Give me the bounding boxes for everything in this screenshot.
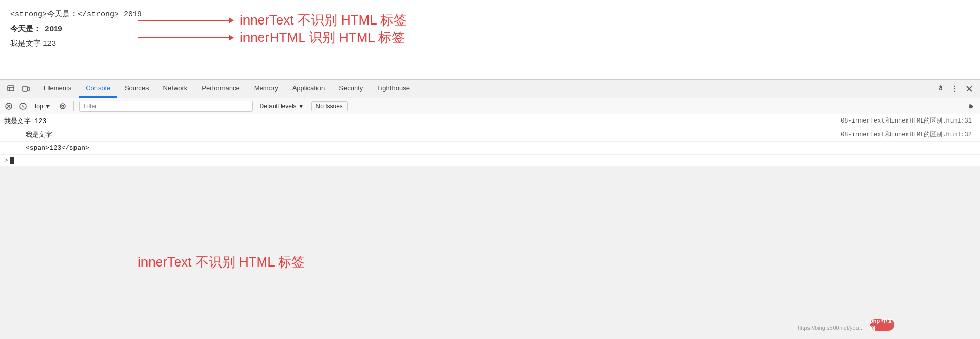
tab-sources[interactable]: Sources xyxy=(117,80,156,98)
devtools-toolbar: top ▼ Default levels ▼ No Issues xyxy=(0,98,980,114)
no-issues-badge[interactable]: No Issues xyxy=(311,101,348,111)
line2-strong: 今天是： xyxy=(10,24,41,33)
more-options-button[interactable] xyxy=(948,82,962,95)
toolbar-right-spacer xyxy=(964,100,977,113)
device-toggle-button[interactable] xyxy=(19,82,33,95)
prompt-arrow: > xyxy=(4,157,8,164)
filter-input[interactable] xyxy=(79,101,253,112)
footer-url: https://bing.s500.net/you... xyxy=(798,325,864,331)
tab-performance[interactable]: Performance xyxy=(194,80,247,98)
arrow1-line xyxy=(138,20,230,21)
devtools-topbar: Elements Console Sources Network Perform… xyxy=(0,80,980,98)
show-console-sidebar-button[interactable] xyxy=(57,101,68,112)
php-badge-text: php 中文网 xyxy=(870,317,894,332)
settings-button[interactable] xyxy=(934,82,947,95)
default-levels-dropdown[interactable]: Default levels ▼ xyxy=(256,102,308,111)
svg-point-6 xyxy=(954,88,955,89)
console-link-1[interactable]: 08-innerText和innerHTML的区别.html:31 xyxy=(841,116,976,125)
annotation2-text: innerHTML 识别 HTML 标签 xyxy=(240,29,405,46)
inspect-element-button[interactable] xyxy=(4,82,17,95)
svg-point-5 xyxy=(954,85,955,86)
tab-application[interactable]: Application xyxy=(285,80,332,98)
devtools-left-icons xyxy=(4,82,33,95)
toolbar-divider xyxy=(74,101,74,111)
console-group-line1: 我是文字 08-innerText和innerHTML的区别.html:32 xyxy=(0,128,980,142)
arrow2-line xyxy=(138,37,230,38)
console-link-2[interactable]: 08-innerText和innerHTML的区别.html:32 xyxy=(841,130,976,139)
tab-console[interactable]: Console xyxy=(79,80,117,98)
no-issues-label: No Issues xyxy=(316,103,343,110)
annotation1-text: innerText 不识别 HTML 标签 xyxy=(240,11,407,29)
console-text-1: 我是文字 123 xyxy=(4,116,841,126)
arrow2: innerHTML 识别 HTML 标签 xyxy=(138,29,405,46)
console-group-text2: <span>123</span> xyxy=(26,144,976,152)
tab-security[interactable]: Security xyxy=(332,80,370,98)
console-output: 我是文字 123 08-innerText和innerHTML的区别.html:… xyxy=(0,114,980,166)
svg-point-7 xyxy=(954,90,955,91)
svg-point-15 xyxy=(62,105,64,107)
console-row-1: 我是文字 123 08-innerText和innerHTML的区别.html:… xyxy=(0,114,980,128)
svg-rect-3 xyxy=(23,86,27,91)
tab-lighthouse[interactable]: Lighthouse xyxy=(370,80,417,98)
top-context-label: top xyxy=(35,103,43,110)
main-content: <strong>今天是：</strong> 2019 今天是： 2019 我是文… xyxy=(0,0,980,79)
console-group-row: 我是文字 08-innerText和innerHTML的区别.html:32 <… xyxy=(0,128,980,154)
devtools-panel: Elements Console Sources Network Perform… xyxy=(0,79,980,339)
clear-console-button[interactable] xyxy=(3,101,14,112)
close-devtools-button[interactable] xyxy=(963,82,976,95)
devtools-tabs: Elements Console Sources Network Perform… xyxy=(37,80,934,98)
svg-rect-0 xyxy=(8,86,14,91)
prompt-cursor xyxy=(10,157,14,164)
tab-network[interactable]: Network xyxy=(156,80,195,98)
preserve-log-button[interactable] xyxy=(17,101,29,112)
arrow1: innerText 不识别 HTML 标签 xyxy=(138,11,407,29)
top-context-dropdown[interactable]: top ▼ xyxy=(32,102,54,111)
console-group-text1: 我是文字 xyxy=(26,130,841,139)
php-badge: php 中文网 xyxy=(870,319,894,331)
default-levels-arrow: ▼ xyxy=(298,103,304,110)
default-levels-label: Default levels xyxy=(260,103,297,110)
tab-memory[interactable]: Memory xyxy=(247,80,285,98)
console-prompt[interactable]: > xyxy=(0,154,980,166)
console-settings-button[interactable] xyxy=(964,100,977,113)
svg-point-14 xyxy=(60,104,65,109)
svg-rect-4 xyxy=(28,87,29,91)
tab-elements[interactable]: Elements xyxy=(37,80,79,98)
annotation-bottom: innerText 不识别 HTML 标签 xyxy=(138,253,305,271)
top-context-arrow: ▼ xyxy=(45,103,51,110)
console-group-line2: <span>123</span> xyxy=(0,142,980,154)
devtools-right-icons xyxy=(934,82,976,95)
